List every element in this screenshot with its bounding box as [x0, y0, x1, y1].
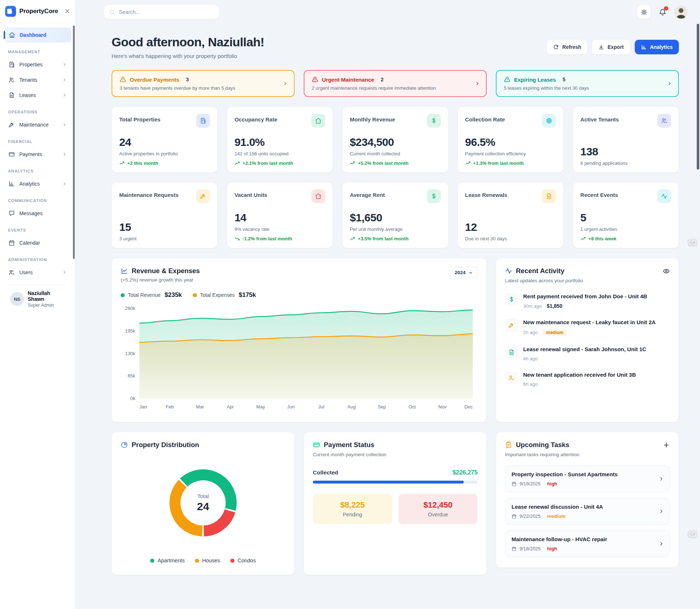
chevron-right-icon [283, 81, 288, 86]
page-scrollbar[interactable] [697, 24, 699, 170]
section-label-communication: COMMUNICATION [8, 198, 67, 203]
sidebar-item-maintenance[interactable]: Maintenance [4, 117, 71, 132]
pending-amount-box: $8,225 Pending [313, 494, 392, 524]
sidebar: PropertyCore Dashboard MANAGEMENT Proper… [0, 0, 76, 609]
wrench-icon [196, 189, 210, 203]
alert-count: 5 [563, 77, 565, 82]
trending-up-icon [119, 160, 125, 166]
trending-down-icon [234, 236, 240, 241]
sidebar-item-calendar[interactable]: Calendar [4, 236, 71, 250]
stat-card-recent-events: Recent Events 5 1 urgent activities +8 t… [573, 182, 679, 248]
task-item[interactable]: Maintenance follow-up - HVAC repair 9/18… [505, 530, 670, 557]
page-title: Good afternoon, Naziullah! [112, 35, 264, 49]
calendar-icon [512, 546, 517, 551]
stat-card-maintenance-requests: Maintenance Requests 15 3 urgent [112, 182, 218, 248]
user-role: Super Admin [28, 303, 65, 308]
sidebar-item-users[interactable]: Users [4, 265, 71, 280]
file-icon [505, 346, 518, 359]
section-label-analytics: ANALYTICS [8, 169, 67, 173]
svg-text:195k: 195k [125, 328, 135, 334]
year-select[interactable]: 2024 [450, 267, 478, 278]
floating-widget[interactable]: >_< [688, 239, 697, 246]
floating-widget[interactable]: >_< [688, 531, 697, 538]
credit-card-icon [313, 441, 320, 449]
app-logo [5, 6, 16, 17]
analytics-button[interactable]: Analytics [635, 40, 679, 54]
sidebar-header: PropertyCore [0, 0, 75, 23]
theme-toggle-button[interactable] [637, 5, 651, 19]
svg-text:0k: 0k [130, 396, 135, 401]
priority-badge: high [547, 546, 557, 551]
credit-card-icon [8, 151, 15, 158]
sidebar-close-icon[interactable] [64, 8, 70, 14]
chevron-right-icon [62, 62, 67, 67]
stat-card-occupancy-rate: Occupancy Rate 91.0% 142 of 156 units oc… [227, 106, 333, 173]
legend-total-expenses: Total Expenses $175k [193, 291, 256, 299]
dollar-icon [427, 189, 441, 203]
panel-title: Upcoming Tasks [516, 441, 569, 449]
search-input[interactable]: Search... [104, 5, 219, 19]
svg-text:Aug: Aug [347, 404, 356, 410]
topbar: Search... [76, 0, 700, 20]
user-initials-avatar: NS [10, 292, 24, 306]
panel-title: Property Distribution [132, 441, 199, 449]
sidebar-item-messages[interactable]: Messages [4, 206, 71, 221]
dollar-icon [505, 293, 518, 306]
sidebar-item-properties[interactable]: Properties [4, 57, 71, 72]
home-icon [311, 189, 325, 203]
alert-urgent-maintenance[interactable]: Urgent Maintenance 2 2 urgent maintenanc… [304, 70, 487, 97]
sidebar-user[interactable]: NS Naziullah Shawn Super Admin [9, 285, 67, 308]
section-label-management: MANAGEMENT [8, 50, 67, 54]
chevron-right-icon [62, 122, 67, 127]
add-task-button[interactable] [663, 442, 670, 449]
warning-icon [120, 76, 126, 83]
active-accent-bar [4, 31, 5, 39]
activity-item[interactable]: New tenant application received for Unit… [505, 371, 670, 387]
sidebar-item-leases[interactable]: Leases [4, 88, 71, 102]
legend-dot [193, 293, 197, 297]
chevron-right-icon [62, 77, 67, 82]
refresh-button[interactable]: Refresh [547, 40, 587, 54]
dollar-icon [427, 114, 441, 128]
chevron-right-icon [62, 93, 67, 98]
svg-text:Mar: Mar [196, 404, 205, 410]
trending-up-icon [350, 236, 355, 241]
bar-chart-icon [8, 181, 15, 187]
calendar-icon [8, 240, 15, 246]
brand-name: PropertyCore [19, 8, 61, 15]
sidebar-item-tenants[interactable]: Tenants [4, 73, 71, 87]
eye-icon[interactable] [663, 268, 670, 275]
task-item[interactable]: Lease renewal discussion - Unit 4A 9/22/… [505, 498, 670, 525]
activity-item[interactable]: Lease renewal signed - Sarah Johnson, Un… [505, 346, 670, 361]
alert-expiring-leases[interactable]: Expiring Leases 5 5 leases expiring with… [496, 70, 679, 97]
svg-text:Nov: Nov [438, 404, 447, 410]
sidebar-item-payments[interactable]: Payments [4, 147, 71, 162]
warning-icon [504, 76, 510, 83]
export-button[interactable]: Export [592, 40, 630, 54]
legend-houses: Houses [195, 558, 220, 563]
activity-item[interactable]: New maintenance request - Leaky faucet i… [505, 319, 670, 335]
sidebar-scrollbar[interactable] [73, 26, 75, 259]
legend-dot [195, 559, 199, 563]
svg-text:65k: 65k [128, 373, 135, 379]
activity-item[interactable]: Rent payment received from John Doe - Un… [505, 293, 670, 309]
notifications-button[interactable] [659, 8, 666, 16]
chevron-right-icon [62, 270, 67, 275]
trending-up-icon [234, 160, 240, 166]
search-icon [109, 9, 115, 15]
calendar-icon [512, 481, 517, 486]
chevron-right-icon [658, 476, 664, 482]
chevron-right-icon [62, 181, 67, 186]
chevron-right-icon [62, 152, 67, 157]
home-icon [311, 114, 325, 128]
profile-avatar[interactable] [674, 5, 688, 19]
panel-title: Payment Status [324, 441, 374, 449]
clipboard-icon [505, 441, 512, 449]
sidebar-item-dashboard[interactable]: Dashboard [4, 28, 71, 42]
svg-text:Oct: Oct [408, 404, 416, 410]
notification-badge [664, 6, 668, 11]
alert-overdue-payments[interactable]: Overdue Payments 3 3 tenants have paymen… [112, 70, 295, 97]
sidebar-item-analytics[interactable]: Analytics [4, 177, 71, 191]
task-item[interactable]: Property inspection - Sunset Apartments … [505, 465, 670, 492]
building-icon [8, 61, 15, 68]
